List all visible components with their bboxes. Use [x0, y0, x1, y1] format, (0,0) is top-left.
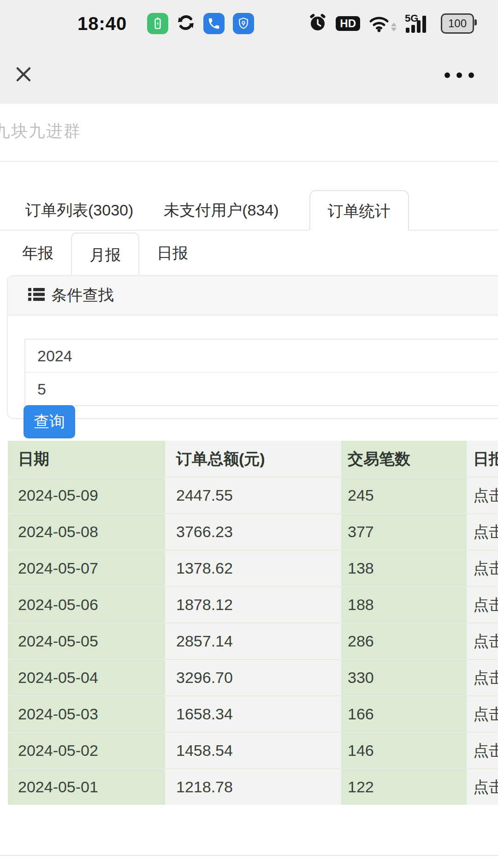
table-row: 2024-05-06 1878.12 188 点击 — [8, 587, 498, 623]
search-button[interactable]: 查询 — [24, 405, 75, 438]
hd-badge: HD — [336, 16, 360, 31]
cell-daily-link[interactable]: 点击 — [467, 478, 498, 513]
screen: 18:40 HD — [0, 0, 498, 868]
table-row: 2024-05-03 1658.34 166 点击 — [8, 696, 498, 733]
cell-date: 2024-05-05 — [8, 623, 165, 659]
table-row: 2024-05-02 1458.54 146 点击 — [8, 733, 498, 769]
col-header-amount: 订单总额(元) — [165, 441, 341, 477]
subtab-daily[interactable]: 日报 — [157, 232, 188, 275]
filter-inputs — [24, 339, 498, 406]
cell-count: 122 — [341, 769, 467, 805]
cell-count: 188 — [341, 587, 467, 623]
cell-daily-link[interactable]: 点击 — [467, 551, 498, 586]
page-title: 九块九进群 — [0, 120, 81, 143]
table-row: 2024-05-09 2447.55 245 点击 — [8, 478, 498, 514]
cell-amount: 1878.12 — [165, 587, 341, 623]
charging-battery-app-icon — [147, 13, 168, 34]
cell-count: 138 — [341, 551, 467, 586]
status-bar-left: 18:40 — [77, 13, 254, 34]
cell-count: 245 — [341, 478, 467, 513]
report-table: 日期 订单总额(元) 交易笔数 日报 2024-05-09 2447.55 24… — [8, 441, 498, 805]
table-row: 2024-05-04 3296.70 330 点击 — [8, 660, 498, 696]
year-input[interactable] — [25, 340, 498, 372]
cell-daily-link[interactable]: 点击 — [467, 514, 498, 550]
cell-daily-link[interactable]: 点击 — [467, 769, 498, 805]
signal-5g-icon: 5G — [405, 13, 433, 34]
report-subtabs: 年报 月报 日报 — [0, 232, 498, 275]
cell-amount: 3766.23 — [165, 514, 341, 550]
cell-amount: 3296.70 — [165, 660, 341, 695]
tab-order-stats[interactable]: 订单统计 — [309, 190, 409, 231]
cell-daily-link[interactable]: 点击 — [467, 696, 498, 732]
cell-amount: 2447.55 — [165, 478, 341, 513]
filter-panel-title: 条件查找 — [51, 285, 114, 306]
cell-daily-link[interactable]: 点击 — [467, 733, 498, 768]
more-menu-icon[interactable] — [445, 68, 474, 82]
wifi-traffic-arrows — [391, 23, 397, 31]
table-row: 2024-05-08 3766.23 377 点击 — [8, 514, 498, 551]
title-divider — [0, 161, 498, 162]
filter-panel-header: 条件查找 — [8, 276, 498, 316]
shield-app-icon — [233, 13, 254, 34]
cell-daily-link[interactable]: 点击 — [467, 660, 498, 695]
list-icon — [28, 287, 45, 304]
cell-date: 2024-05-06 — [8, 587, 165, 623]
tab-unpaid-users[interactable]: 未支付用户(834) — [164, 190, 279, 230]
cell-date: 2024-05-07 — [8, 551, 165, 586]
top-chrome: 18:40 HD — [0, 0, 498, 104]
battery-percent-label: 100 — [448, 17, 467, 30]
filter-panel: 条件查找 — [7, 275, 498, 419]
cell-count: 377 — [341, 514, 467, 550]
wifi-icon — [368, 14, 397, 33]
col-header-daily: 日报 — [467, 441, 498, 477]
status-bar-right: HD 5G 100 — [308, 13, 474, 34]
col-header-date: 日期 — [8, 441, 165, 477]
cell-date: 2024-05-01 — [8, 769, 165, 805]
cell-amount: 1378.62 — [165, 551, 341, 586]
cell-count: 166 — [341, 696, 467, 732]
cell-count: 286 — [341, 623, 467, 659]
cell-count: 146 — [341, 733, 467, 768]
cell-amount: 1458.54 — [165, 733, 341, 768]
table-row: 2024-05-05 2857.14 286 点击 — [8, 623, 498, 660]
cell-count: 330 — [341, 660, 467, 695]
cell-amount: 1658.34 — [165, 696, 341, 732]
bottom-divider — [0, 855, 498, 856]
status-bar: 18:40 HD — [0, 0, 498, 47]
cell-amount: 2857.14 — [165, 623, 341, 659]
cell-date: 2024-05-04 — [8, 660, 165, 695]
cell-daily-link[interactable]: 点击 — [467, 587, 498, 623]
nav-bar — [0, 47, 498, 104]
clock-time: 18:40 — [77, 13, 127, 34]
sync-icon — [177, 13, 195, 34]
table-header-row: 日期 订单总额(元) 交易笔数 日报 — [8, 441, 498, 478]
tab-order-list[interactable]: 订单列表(3030) — [25, 190, 133, 230]
cell-date: 2024-05-03 — [8, 696, 165, 732]
phone-app-icon — [203, 13, 225, 34]
alarm-icon — [308, 13, 327, 34]
table-row: 2024-05-07 1378.62 138 点击 — [8, 551, 498, 587]
battery-level: 100 — [441, 13, 474, 34]
table-row: 2024-05-01 1218.78 122 点击 — [8, 769, 498, 805]
cell-date: 2024-05-08 — [8, 514, 165, 550]
subtab-monthly[interactable]: 月报 — [71, 233, 139, 275]
close-icon[interactable] — [13, 64, 34, 85]
col-header-count: 交易笔数 — [341, 441, 467, 477]
main-tabs: 订单列表(3030) 未支付用户(834) 订单统计 — [0, 190, 498, 231]
cell-date: 2024-05-09 — [8, 478, 165, 513]
cell-amount: 1218.78 — [165, 769, 341, 805]
month-input[interactable] — [25, 373, 498, 405]
subtab-yearly[interactable]: 年报 — [22, 232, 53, 275]
cell-date: 2024-05-02 — [8, 733, 165, 768]
cell-daily-link[interactable]: 点击 — [467, 623, 498, 659]
